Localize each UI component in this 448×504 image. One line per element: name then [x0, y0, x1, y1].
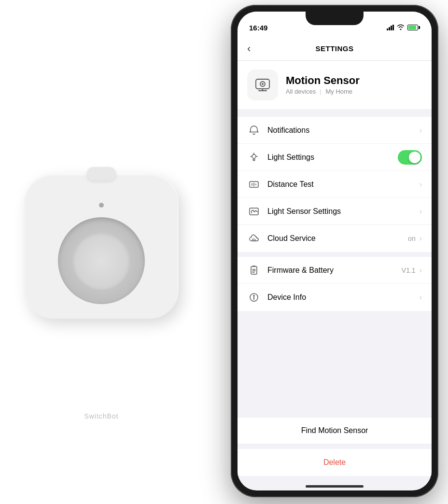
status-icons [387, 24, 420, 31]
settings-item-device-info[interactable]: Device Info › [238, 284, 432, 311]
device-info-label: Device Info [267, 293, 420, 302]
device-location-separator: | [320, 88, 322, 95]
device-icon-box [247, 70, 278, 100]
settings-list: Notifications › [238, 117, 432, 490]
device-info-text: Motion Sensor All devices | My Home [286, 74, 360, 96]
signal-bar-4 [392, 25, 394, 30]
distance-test-icon [247, 178, 261, 191]
back-button[interactable]: ‹ [247, 42, 251, 55]
svg-point-24 [253, 295, 254, 296]
cloud-service-value: on [408, 235, 416, 242]
settings-item-light-sensor-settings[interactable]: Light Sensor Settings › [238, 198, 432, 225]
phone-notch [306, 12, 364, 25]
battery-body [407, 25, 418, 30]
signal-bar-2 [389, 27, 390, 30]
device-lens-outer [58, 217, 145, 304]
distance-test-label: Distance Test [267, 180, 420, 189]
battery-tip [419, 26, 420, 29]
phone: 16:49 [231, 5, 438, 497]
delete-label: Delete [323, 458, 346, 467]
find-motion-sensor-button[interactable]: Find Motion Sensor [238, 417, 432, 444]
phone-frame: 16:49 [231, 5, 438, 497]
device-body [24, 174, 179, 319]
notifications-label: Notifications [267, 126, 420, 135]
settings-item-cloud-service[interactable]: Cloud Service on › [238, 225, 432, 252]
light-sensor-settings-label: Light Sensor Settings [267, 207, 420, 216]
firmware-battery-value: V1.1 [402, 266, 416, 274]
status-time: 16:49 [249, 24, 267, 32]
phone-screen: 16:49 [238, 12, 432, 490]
settings-item-distance-test[interactable]: Distance Test › [238, 171, 432, 198]
firmware-battery-icon [247, 264, 261, 277]
settings-item-notifications[interactable]: Notifications › [238, 117, 432, 144]
light-settings-toggle[interactable] [398, 150, 422, 165]
signal-bar-3 [391, 26, 392, 30]
device-name: Motion Sensor [286, 74, 360, 87]
settings-section-1: Notifications › [238, 117, 432, 252]
notifications-chevron: › [420, 126, 422, 135]
device-info-chevron: › [420, 293, 422, 302]
cloud-service-chevron: › [420, 234, 422, 243]
firmware-battery-chevron: › [420, 266, 422, 275]
light-settings-icon [247, 151, 261, 164]
settings-section-2: Firmware & Battery V1.1 › [238, 257, 432, 311]
physical-device: SwitchBot [10, 154, 193, 425]
device-top-button [87, 167, 116, 181]
svg-rect-18 [251, 266, 257, 274]
light-settings-label: Light Settings [267, 153, 398, 162]
distance-test-chevron: › [420, 180, 422, 189]
svg-point-2 [262, 83, 264, 85]
device-led [99, 203, 104, 208]
motion-sensor-icon [252, 74, 273, 96]
delete-button[interactable]: Delete [238, 449, 432, 476]
device-location: All devices | My Home [286, 87, 360, 96]
signal-bar-1 [387, 28, 388, 30]
light-sensor-settings-icon [247, 205, 261, 218]
toggle-knob [409, 152, 420, 163]
device-brand-label: SwitchBot [84, 412, 118, 420]
cloud-service-label: Cloud Service [267, 234, 408, 243]
battery-fill [408, 26, 416, 29]
nav-bar: ‹ SETTINGS [238, 37, 432, 61]
home-indicator [306, 485, 364, 488]
cloud-service-icon [247, 232, 261, 245]
device-header: Motion Sensor All devices | My Home [238, 61, 432, 109]
light-sensor-settings-chevron: › [420, 207, 422, 216]
device-location-part1: All devices [286, 88, 316, 95]
bottom-section: Find Motion Sensor Delete [238, 417, 432, 476]
notifications-icon [247, 124, 261, 137]
device-lens-inner [72, 232, 130, 290]
find-motion-sensor-label: Find Motion Sensor [301, 426, 368, 435]
settings-item-light-settings[interactable]: Light Settings [238, 144, 432, 171]
settings-item-firmware-battery[interactable]: Firmware & Battery V1.1 › [238, 257, 432, 284]
svg-point-5 [252, 154, 256, 158]
firmware-battery-label: Firmware & Battery [267, 266, 402, 275]
device-info-icon [247, 291, 261, 304]
wifi-icon [397, 24, 405, 31]
nav-title: SETTINGS [315, 44, 353, 53]
device-location-part2: My Home [325, 88, 352, 95]
signal-bars-icon [387, 25, 394, 30]
battery-icon [407, 25, 420, 30]
